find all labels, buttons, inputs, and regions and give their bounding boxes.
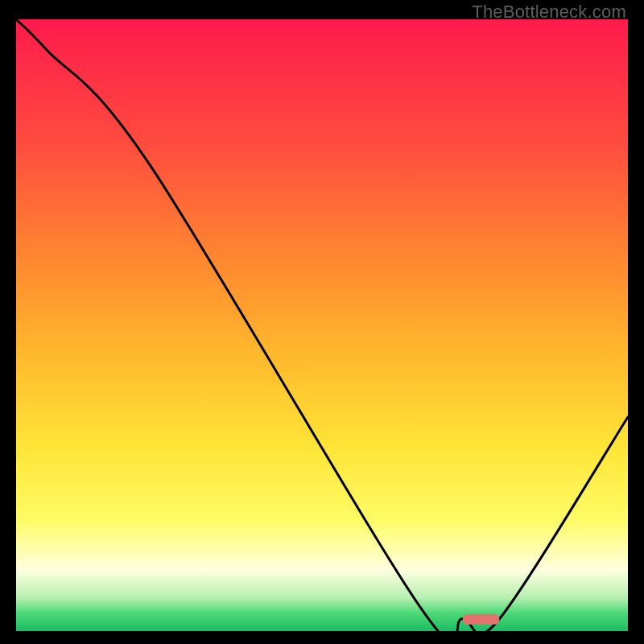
- watermark-text: TheBottleneck.com: [472, 2, 626, 23]
- chart-plot-area: [16, 19, 628, 631]
- optimal-marker: [463, 614, 500, 625]
- gradient-background: [16, 19, 628, 631]
- bottleneck-chart: [16, 19, 628, 631]
